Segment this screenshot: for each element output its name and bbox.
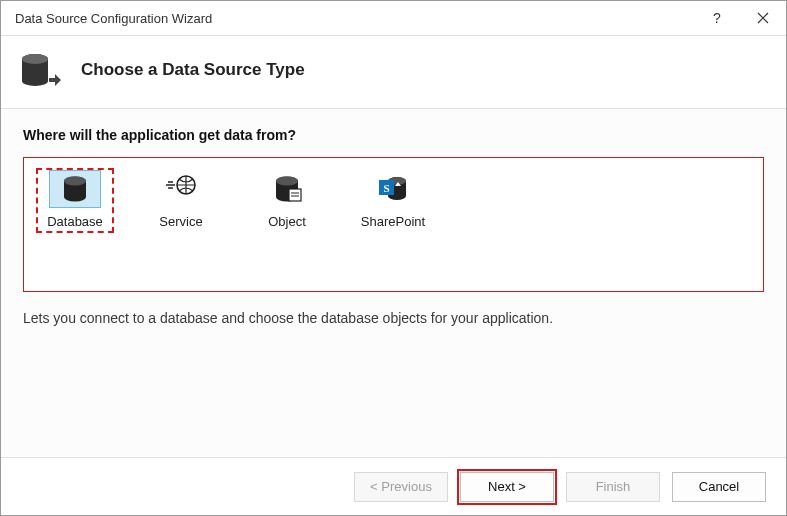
titlebar: Data Source Configuration Wizard ? [1,1,786,36]
database-icon [60,174,90,204]
svg-point-2 [22,76,48,86]
option-database[interactable]: Database [36,168,114,233]
icon-frame: S [367,170,419,208]
svg-text:S: S [383,182,389,194]
data-source-options: Database Service [23,157,764,292]
sharepoint-icon: S [377,174,409,204]
cancel-button[interactable]: Cancel [672,472,766,502]
header-database-icon [19,50,59,90]
window-title: Data Source Configuration Wizard [15,11,694,26]
next-button[interactable]: Next > [460,472,554,502]
wizard-content: Where will the application get data from… [1,109,786,457]
close-icon [757,12,769,24]
previous-button: < Previous [354,472,448,502]
wizard-footer: < Previous Next > Finish Cancel [1,457,786,515]
icon-frame [49,170,101,208]
icon-frame [155,170,207,208]
icon-frame [261,170,313,208]
wizard-step-title: Choose a Data Source Type [81,60,305,80]
svg-rect-13 [289,189,301,201]
svg-point-7 [64,177,86,186]
option-label: Service [159,214,202,229]
finish-button: Finish [566,472,660,502]
option-label: Database [47,214,103,229]
wizard-window: Data Source Configuration Wizard ? Choos… [0,0,787,516]
wizard-header: Choose a Data Source Type [1,36,786,109]
option-sharepoint[interactable]: S SharePoint [354,168,432,233]
help-button[interactable]: ? [694,1,740,36]
option-object[interactable]: Object [248,168,326,233]
object-icon [272,174,302,204]
svg-point-6 [64,193,86,202]
svg-point-12 [276,177,298,186]
option-label: Object [268,214,306,229]
service-icon [164,174,198,204]
svg-point-3 [22,54,48,64]
option-description: Lets you connect to a database and choos… [23,310,764,326]
option-service[interactable]: Service [142,168,220,233]
close-button[interactable] [740,1,786,36]
option-label: SharePoint [361,214,425,229]
prompt-text: Where will the application get data from… [23,127,764,143]
